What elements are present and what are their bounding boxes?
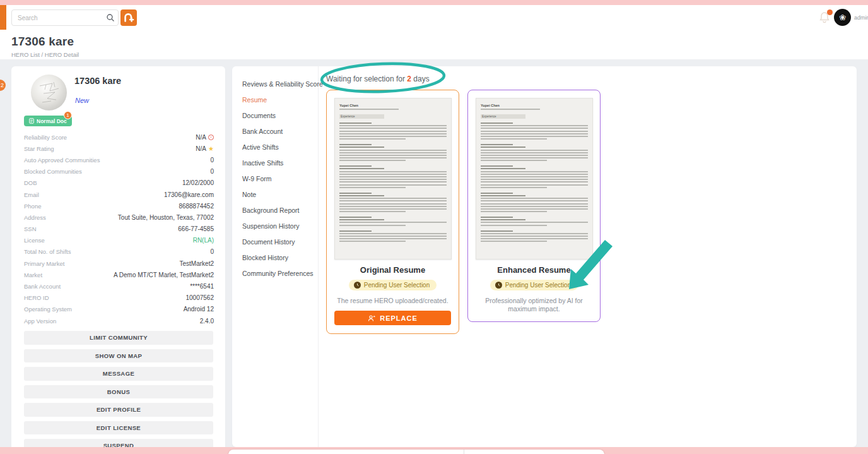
field-label: App Version — [24, 318, 56, 325]
doc-badge-label: Normal Doc — [37, 118, 67, 124]
profile-field-row: SSN666-77-4585 — [24, 224, 214, 235]
nav-item-active-shifts[interactable]: Active Shifts — [242, 142, 318, 158]
field-label: SSN — [24, 225, 37, 232]
nav-item-w-9-form[interactable]: W-9 Form — [242, 174, 318, 189]
thumbnail-name: Yupei Chen — [481, 104, 588, 107]
thumbnail-contact-line — [481, 109, 540, 110]
field-value: 8688874452 — [179, 203, 214, 210]
field-value: 0 — [210, 248, 214, 255]
profile-field-row: Star RatingN/A★ — [24, 143, 214, 154]
profile-field-row: AddressTout Suite, Houston, Texas, 77002 — [24, 212, 214, 223]
info-icon[interactable]: i — [208, 134, 214, 140]
selection-status: Waiting for selection for 2 days — [326, 75, 857, 83]
top-bar: ❀ admin a — [0, 5, 868, 30]
thumbnail-paragraph — [339, 230, 447, 242]
hero-status-tag: New — [75, 97, 89, 104]
replace-person-icon — [368, 314, 375, 322]
profile-card: 17306 kare New Normal Doc 1 Reliability … — [11, 66, 225, 454]
thumbnail-paragraph — [339, 193, 447, 212]
nav-item-note[interactable]: Note — [242, 189, 318, 205]
profile-field-row: Bank Account****6541 — [24, 280, 214, 292]
clock-icon — [354, 282, 361, 289]
toolbar-divider — [464, 450, 464, 454]
thumbnail-paragraph — [481, 165, 588, 188]
notification-bell-icon[interactable] — [819, 11, 831, 25]
field-value: ****6541 — [190, 283, 214, 290]
field-label: Total No. of Shifts — [24, 248, 71, 255]
admin-avatar[interactable]: ❀ — [834, 9, 851, 26]
profile-field-row: Total No. of Shifts0 — [24, 246, 214, 258]
resume-card-enhanced-resume[interactable]: Yupei ChenExperienceEnhanced ResumePendi… — [467, 90, 601, 322]
field-value: TestMarket2 — [180, 260, 214, 267]
action-button-edit-license[interactable]: EDIT LICENSE — [24, 421, 213, 435]
field-value: 17306@kare.com — [164, 191, 214, 198]
nav-item-document-history[interactable]: Document History — [242, 237, 318, 253]
pending-selection-badge: Pending User Selection — [490, 280, 578, 290]
profile-field-row: App Version2.4.0 — [24, 315, 214, 326]
nav-item-resume[interactable]: Resume — [242, 95, 318, 111]
field-value: 666-77-4585 — [178, 225, 214, 232]
status-days: 2 — [407, 75, 411, 83]
document-icon — [29, 118, 34, 124]
kare-logo-icon[interactable] — [120, 9, 137, 26]
profile-field-row: LicenseRN(LA) — [24, 235, 214, 246]
badge-label: Pending User Selection — [364, 282, 430, 289]
search-box[interactable] — [11, 9, 119, 26]
profile-field-row: HERO ID10007562 — [24, 292, 214, 304]
nav-item-reviews-reliability-score[interactable]: Reviews & Reliability Score — [242, 79, 318, 95]
clock-icon — [495, 282, 502, 289]
profile-field-row: MarketA Demo MT/CT Marlet, TestMarket2 — [24, 269, 214, 280]
profile-field-row: Phone8688874452 — [24, 200, 214, 212]
resume-thumbnail[interactable]: Yupei ChenExperience — [476, 98, 593, 260]
replace-button[interactable]: REPLACE — [334, 311, 451, 325]
field-value: RN(LA) — [193, 237, 214, 244]
thumbnail-paragraph — [339, 165, 447, 188]
thumbnail-paragraph — [481, 217, 588, 226]
resume-card-description: The resume HERO uploaded/created. — [334, 297, 451, 305]
resume-content: Waiting for selection for 2 days Yupei C… — [319, 66, 857, 447]
detail-nav: Reviews & Reliability ScoreResumeDocumen… — [232, 66, 319, 447]
action-button-limit-community[interactable]: LIMIT COMMUNITY — [24, 331, 213, 345]
search-icon[interactable] — [106, 13, 115, 22]
hero-detail-screen: ❀ admin a 17306 kare HERO List / HERO De… — [0, 0, 868, 454]
admin-name[interactable]: admin a — [854, 15, 868, 21]
profile-field-row: Auto Approved Communities0 — [24, 154, 214, 165]
search-input[interactable] — [12, 15, 106, 21]
breadcrumb[interactable]: HERO List / HERO Detail — [11, 51, 79, 58]
action-button-show-on-map[interactable]: SHOW ON MAP — [24, 349, 213, 363]
status-suffix: days — [411, 75, 430, 83]
resume-card-title: Original Resume — [334, 265, 451, 275]
doc-badge-count: 1 — [64, 111, 72, 119]
action-button-bonus[interactable]: BONUS — [24, 385, 213, 399]
resume-card-description: Professionally optimized by AI for maxim… — [476, 297, 592, 313]
replace-button-label: REPLACE — [380, 314, 418, 322]
nav-item-background-report[interactable]: Background Report — [242, 205, 318, 221]
field-label: Operating System — [24, 306, 72, 313]
nav-item-bank-account[interactable]: Bank Account — [242, 126, 318, 142]
nav-item-inactive-shifts[interactable]: Inactive Shifts — [242, 158, 318, 174]
profile-fields: Reliability ScoreN/AiStar RatingN/A★Auto… — [24, 131, 214, 326]
profile-field-row: Operating SystemAndroid 12 — [24, 304, 214, 315]
thumbnail-paragraph — [339, 144, 447, 161]
profile-field-row: Primary MarketTestMarket2 — [24, 258, 214, 269]
nav-item-documents[interactable]: Documents — [242, 111, 318, 126]
nav-item-blocked-history[interactable]: Blocked History — [242, 253, 318, 268]
field-value: A Demo MT/CT Marlet, TestMarket2 — [114, 272, 214, 278]
resume-card-original-resume[interactable]: Yupei ChenExperienceOriginal ResumePendi… — [326, 90, 459, 334]
star-icon: ★ — [208, 145, 214, 152]
annotation-frame-top — [0, 0, 868, 5]
nav-item-suspension-history[interactable]: Suspension History — [242, 221, 318, 237]
field-value: N/Ai — [196, 134, 214, 141]
nav-item-community-preferences[interactable]: Community Preferences — [242, 268, 318, 284]
detail-card: Reviews & Reliability ScoreResumeDocumen… — [232, 66, 857, 447]
field-value: 12/02/2000 — [182, 179, 214, 186]
profile-field-row: Blocked Communities0 — [24, 166, 214, 177]
action-button-edit-profile[interactable]: EDIT PROFILE — [24, 403, 213, 417]
resume-thumbnail[interactable]: Yupei ChenExperience — [334, 98, 452, 260]
resume-cards-row: Yupei ChenExperienceOriginal ResumePendi… — [326, 90, 857, 334]
sidebar-edge — [0, 5, 6, 30]
field-value: 2.4.0 — [200, 318, 214, 325]
action-button-message[interactable]: MESSAGE — [24, 367, 213, 381]
field-value: N/A★ — [196, 145, 214, 152]
edge-counter-badge[interactable]: 2 — [0, 80, 6, 91]
